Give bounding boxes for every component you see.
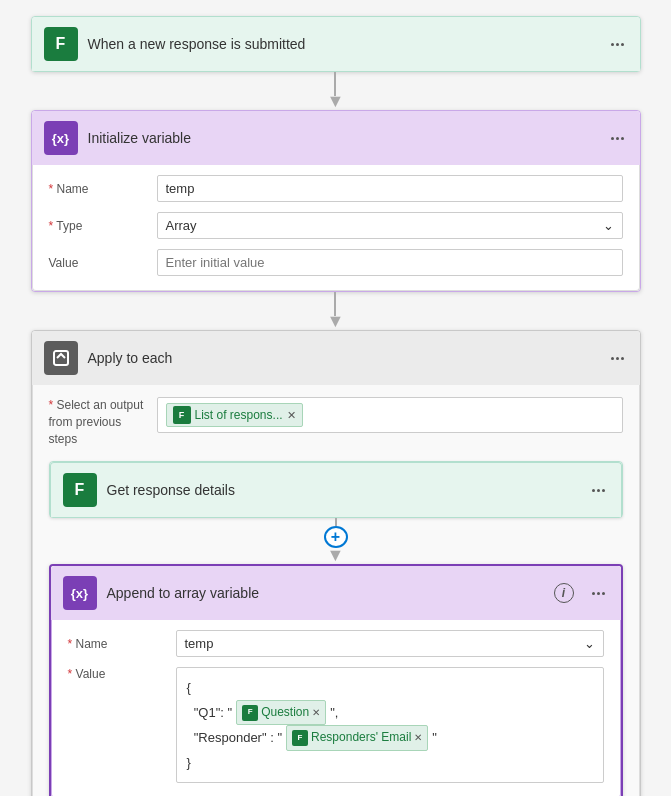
list-of-responses-token: F List of respons... ✕ bbox=[166, 403, 303, 427]
append-name-value: temp bbox=[185, 636, 214, 651]
responder-token: F Responders' Email ✕ bbox=[286, 725, 428, 751]
apply-each-card: Apply to each * Select an outputfrom pre… bbox=[31, 330, 641, 796]
json-open-brace: { bbox=[187, 676, 191, 699]
append-array-header: {x} Append to array variable i bbox=[51, 566, 621, 620]
question-token-close[interactable]: ✕ bbox=[312, 704, 320, 722]
json-q1-suffix: ", bbox=[330, 701, 338, 724]
init-variable-body: Name Type Array ⌄ Value bbox=[32, 165, 640, 291]
append-value-row: Value { "Q1": " F Question ✕ bbox=[68, 667, 604, 783]
variable-icon-text: {x} bbox=[52, 131, 69, 146]
name-field-row: Name bbox=[49, 175, 623, 202]
question-token-icon: F bbox=[242, 705, 258, 721]
append-name-label: Name bbox=[68, 637, 168, 651]
json-open-line: { bbox=[187, 676, 593, 699]
arrow-2: ▼ bbox=[327, 312, 345, 330]
apply-each-menu[interactable] bbox=[607, 355, 628, 362]
question-token-label: Question bbox=[261, 702, 309, 724]
json-close-line: } bbox=[187, 751, 593, 774]
token-label: List of respons... bbox=[195, 408, 283, 422]
trigger-card: F When a new response is submitted bbox=[31, 16, 641, 72]
value-field-row: Value bbox=[49, 249, 623, 276]
select-output-row: * Select an outputfrom previous steps F … bbox=[49, 397, 623, 447]
append-array-card: {x} Append to array variable i Name temp bbox=[49, 564, 623, 796]
get-response-header: F Get response details bbox=[50, 462, 622, 517]
append-array-menu[interactable] bbox=[588, 590, 609, 597]
value-label: Value bbox=[49, 256, 149, 270]
flow-container: F When a new response is submitted ▼ {x}… bbox=[0, 0, 671, 796]
json-responder-suffix: " bbox=[432, 726, 437, 749]
get-response-title: Get response details bbox=[107, 482, 578, 498]
connector-1: ▼ bbox=[327, 72, 345, 110]
forms-icon-letter-2: F bbox=[75, 481, 85, 499]
responder-token-label: Responders' Email bbox=[311, 727, 411, 749]
apply-each-icon bbox=[44, 341, 78, 375]
type-label: Type bbox=[49, 219, 149, 233]
select-output-text: Select an outputfrom previous steps bbox=[49, 398, 144, 446]
select-output-input[interactable]: F List of respons... ✕ bbox=[157, 397, 623, 433]
init-variable-menu[interactable] bbox=[607, 135, 628, 142]
trigger-menu[interactable] bbox=[607, 41, 628, 48]
append-icon-text: {x} bbox=[71, 586, 88, 601]
apply-each-header: Apply to each bbox=[32, 331, 640, 385]
chevron-down-icon-2: ⌄ bbox=[584, 636, 595, 651]
required-star: * bbox=[49, 398, 57, 412]
select-output-label: * Select an outputfrom previous steps bbox=[49, 397, 149, 447]
json-q1-prefix: "Q1": " bbox=[187, 701, 233, 724]
json-close-brace: } bbox=[187, 751, 191, 774]
responder-token-icon: F bbox=[292, 730, 308, 746]
init-variable-card: {x} Initialize variable Name Type Array … bbox=[31, 110, 641, 292]
trigger-icon: F bbox=[44, 27, 78, 61]
value-input[interactable] bbox=[157, 249, 623, 276]
append-value-label: Value bbox=[68, 667, 168, 681]
cplus-line bbox=[335, 518, 337, 526]
apply-each-title: Apply to each bbox=[88, 350, 597, 366]
add-between-icon[interactable]: + bbox=[324, 526, 348, 548]
name-label: Name bbox=[49, 182, 149, 196]
apply-each-body: * Select an outputfrom previous steps F … bbox=[32, 385, 640, 796]
json-q1-line: "Q1": " F Question ✕ ", bbox=[187, 700, 593, 726]
responder-token-close[interactable]: ✕ bbox=[414, 729, 422, 747]
get-response-menu[interactable] bbox=[588, 487, 609, 494]
type-dropdown[interactable]: Array ⌄ bbox=[157, 212, 623, 239]
json-responder-prefix: "Responder" : " bbox=[187, 726, 283, 749]
json-responder-line: "Responder" : " F Responders' Email ✕ " bbox=[187, 725, 593, 751]
init-variable-header: {x} Initialize variable bbox=[32, 111, 640, 165]
trigger-title: When a new response is submitted bbox=[88, 36, 597, 52]
arrow-1: ▼ bbox=[327, 92, 345, 110]
init-variable-icon: {x} bbox=[44, 121, 78, 155]
name-input[interactable] bbox=[157, 175, 623, 202]
cplus-arrow: ▼ bbox=[327, 546, 345, 564]
connector-2: ▼ bbox=[327, 292, 345, 330]
append-array-title: Append to array variable bbox=[107, 585, 544, 601]
token-forms-icon: F bbox=[173, 406, 191, 424]
token-close-icon[interactable]: ✕ bbox=[287, 409, 296, 422]
append-array-icon: {x} bbox=[63, 576, 97, 610]
question-token: F Question ✕ bbox=[236, 700, 326, 726]
init-variable-title: Initialize variable bbox=[88, 130, 597, 146]
append-name-dropdown[interactable]: temp ⌄ bbox=[176, 630, 604, 657]
forms-icon-letter: F bbox=[56, 35, 66, 53]
info-icon[interactable]: i bbox=[554, 583, 574, 603]
apply-each-svg bbox=[52, 349, 70, 367]
get-response-icon: F bbox=[63, 473, 97, 507]
append-name-row: Name temp ⌄ bbox=[68, 630, 604, 657]
chevron-down-icon: ⌄ bbox=[603, 218, 614, 233]
get-response-card: F Get response details bbox=[49, 461, 623, 518]
connector-plus-area: + ▼ bbox=[49, 518, 623, 564]
append-array-body: Name temp ⌄ Value { bbox=[51, 620, 621, 796]
type-value: Array bbox=[166, 218, 197, 233]
type-field-row: Type Array ⌄ bbox=[49, 212, 623, 239]
trigger-header: F When a new response is submitted bbox=[32, 17, 640, 71]
append-value-box[interactable]: { "Q1": " F Question ✕ ", bbox=[176, 667, 604, 783]
